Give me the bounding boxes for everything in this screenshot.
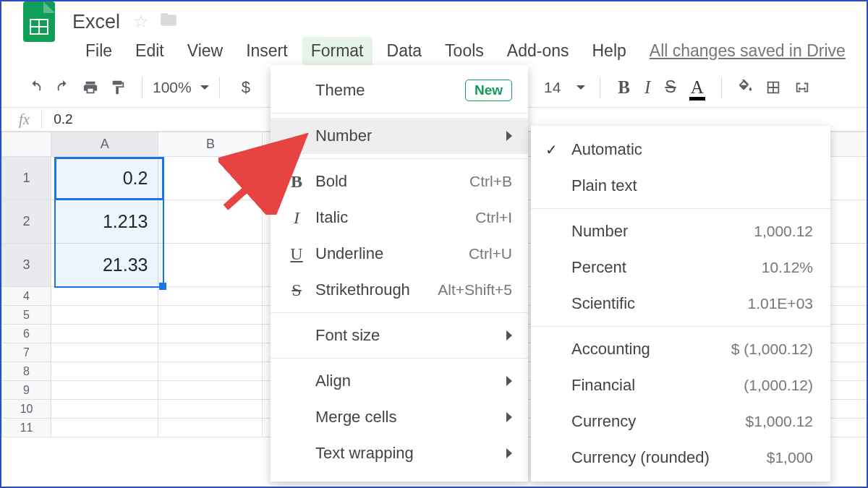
strikethrough-button[interactable]: S — [665, 77, 676, 97]
print-button[interactable] — [82, 80, 98, 95]
row-header-4[interactable]: 4 — [2, 287, 51, 306]
row-header-5[interactable]: 5 — [2, 306, 51, 325]
cell-B1[interactable] — [158, 157, 263, 200]
cell-A1[interactable]: 0.2 — [51, 157, 158, 200]
format-text-wrapping[interactable]: Text wrapping — [271, 435, 528, 471]
number-format-submenu: ✓ Automatic Plain text Number 1,000.12 P… — [531, 126, 830, 481]
move-folder-icon[interactable] — [159, 10, 178, 33]
row-header-8[interactable]: 8 — [2, 362, 51, 381]
menu-tools[interactable]: Tools — [436, 37, 493, 65]
undo-button[interactable] — [27, 80, 43, 95]
row-header-3[interactable]: 3 — [2, 244, 51, 287]
cell-B3[interactable] — [158, 244, 263, 287]
number-plain-text[interactable]: Plain text — [531, 168, 830, 204]
submenu-caret-icon — [506, 330, 512, 341]
row-header-10[interactable]: 10 — [2, 400, 51, 419]
format-underline[interactable]: U Underline Ctrl+U — [271, 236, 528, 272]
submenu-caret-icon — [506, 131, 512, 141]
menu-file[interactable]: File — [77, 37, 121, 65]
fx-icon: fx — [19, 111, 42, 129]
menu-data[interactable]: Data — [378, 37, 431, 65]
doc-title[interactable]: Excel — [72, 11, 120, 33]
format-number[interactable]: Number — [271, 118, 528, 154]
number-number[interactable]: Number 1,000.12 — [531, 213, 830, 249]
number-percent[interactable]: Percent 10.12% — [531, 249, 830, 286]
number-financial[interactable]: Financial (1,000.12) — [531, 367, 830, 403]
column-header-A[interactable]: A — [51, 132, 158, 157]
format-font-size[interactable]: Font size — [271, 317, 528, 354]
currency-format-button[interactable]: $ — [242, 78, 250, 97]
format-bold[interactable]: B Bold Ctrl+B — [271, 163, 528, 200]
cell-A3[interactable]: 21.33 — [51, 244, 158, 287]
zoom-select[interactable]: 100% — [153, 79, 209, 96]
submenu-caret-icon — [506, 376, 512, 386]
menu-help[interactable]: Help — [583, 37, 634, 65]
row-header-9[interactable]: 9 — [2, 381, 51, 400]
menu-addons[interactable]: Add-ons — [498, 37, 578, 65]
borders-button[interactable] — [765, 80, 781, 95]
redo-button[interactable] — [55, 80, 71, 95]
italic-button[interactable]: I — [644, 77, 650, 98]
row-header-1[interactable]: 1 — [2, 157, 51, 200]
number-accounting[interactable]: Accounting $ (1,000.12) — [531, 331, 830, 367]
font-size-select[interactable]: 14 — [544, 79, 585, 96]
menu-format[interactable]: Format — [302, 37, 373, 65]
row-header-6[interactable]: 6 — [2, 325, 51, 343]
saved-status[interactable]: All changes saved in Drive — [650, 41, 846, 61]
number-automatic[interactable]: ✓ Automatic — [531, 132, 830, 168]
cell-A2[interactable]: 1.213 — [51, 200, 158, 244]
menu-edit[interactable]: Edit — [127, 37, 173, 65]
number-currency-rounded[interactable]: Currency (rounded) $1,000 — [531, 440, 830, 476]
menu-insert[interactable]: Insert — [237, 37, 297, 65]
select-all-corner[interactable] — [2, 132, 51, 157]
format-menu-dropdown: Theme New Number B Bold Ctrl+B I Italic … — [271, 65, 528, 481]
fill-color-button[interactable] — [738, 80, 754, 95]
format-merge-cells[interactable]: Merge cells — [271, 399, 528, 435]
submenu-caret-icon — [506, 412, 512, 422]
format-theme[interactable]: Theme New — [271, 72, 528, 108]
new-badge: New — [465, 80, 512, 101]
star-icon[interactable]: ☆ — [133, 12, 149, 32]
number-currency[interactable]: Currency $1,000.12 — [531, 403, 830, 440]
formula-input[interactable]: 0.2 — [42, 111, 72, 127]
sheets-logo-icon[interactable] — [23, 1, 55, 42]
merge-cells-button[interactable] — [794, 80, 810, 95]
text-color-button[interactable]: A — [691, 77, 704, 98]
format-align[interactable]: Align — [271, 363, 528, 399]
paint-format-button[interactable] — [110, 80, 126, 95]
format-italic[interactable]: I Italic Ctrl+I — [271, 200, 528, 236]
row-header-7[interactable]: 7 — [2, 343, 51, 362]
cell-B2[interactable] — [158, 200, 263, 244]
check-icon: ✓ — [545, 141, 558, 158]
menu-view[interactable]: View — [179, 37, 231, 65]
row-header-11[interactable]: 11 — [2, 419, 51, 437]
column-header-B[interactable]: B — [158, 132, 263, 157]
row-header-2[interactable]: 2 — [2, 200, 51, 244]
menubar: File Edit View Insert Format Data Tools … — [1, 35, 867, 67]
format-strikethrough[interactable]: S Strikethrough Alt+Shift+5 — [271, 272, 528, 308]
submenu-caret-icon — [506, 448, 512, 458]
bold-button[interactable]: B — [618, 77, 630, 98]
number-scientific[interactable]: Scientific 1.01E+03 — [531, 286, 830, 322]
